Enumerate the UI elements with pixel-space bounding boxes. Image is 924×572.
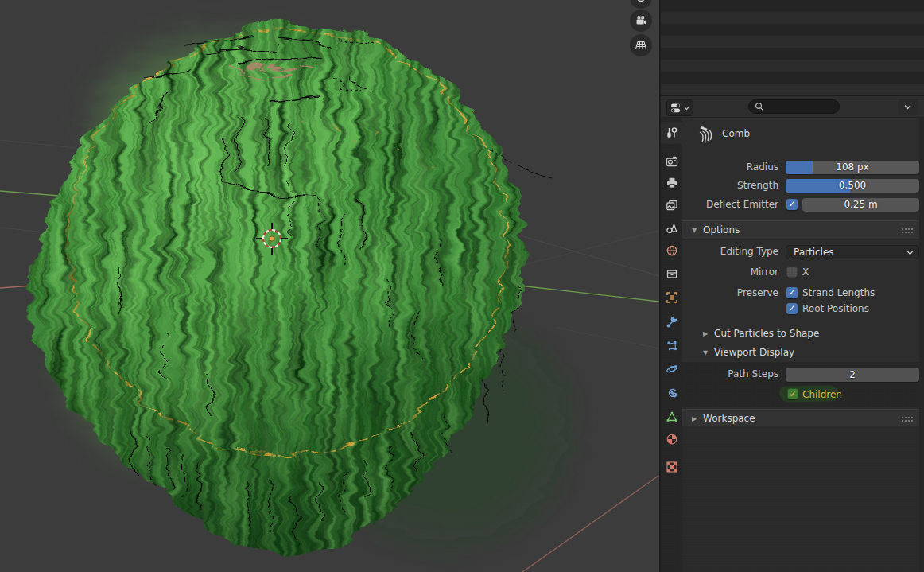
preserve-root-positions-row: Root Positions — [682, 302, 921, 315]
tab-constraints[interactable] — [661, 382, 682, 404]
panel-drag-handle-icon[interactable] — [901, 416, 913, 422]
tab-physics[interactable] — [661, 358, 682, 380]
panel-drag-handle-icon[interactable] — [901, 228, 913, 234]
path-steps-field[interactable]: 2 — [786, 368, 919, 382]
tab-object[interactable] — [661, 286, 682, 309]
search-input[interactable] — [748, 99, 840, 114]
radius-label: Radius — [682, 161, 778, 174]
cut-particles-panel-title: Cut Particles to Shape — [714, 328, 819, 339]
expand-triangle-icon: ▶ — [703, 330, 708, 337]
properties-tab-rail — [661, 118, 682, 572]
workspace-panel-title: Workspace — [703, 413, 755, 424]
viewport-display-panel-content: Path Steps 2 Children — [682, 362, 921, 407]
preserve-label: Preserve — [682, 286, 778, 300]
tab-object-data[interactable] — [661, 406, 682, 428]
editing-type-value: Particles — [794, 246, 834, 259]
tab-world[interactable] — [661, 239, 682, 262]
tab-particles[interactable] — [661, 335, 682, 357]
tab-modifiers[interactable] — [661, 311, 682, 333]
radius-slider[interactable]: 108 px — [786, 161, 919, 174]
tab-output[interactable] — [661, 172, 682, 194]
strength-row: Strength 0.500 — [682, 179, 921, 193]
editing-type-row: Editing Type Particles — [682, 245, 921, 259]
3d-viewport[interactable] — [0, 0, 659, 572]
deflect-emitter-row: Deflect Emitter 0.25 m — [682, 198, 921, 212]
outliner-editor[interactable] — [661, 0, 924, 96]
children-label: Children — [802, 388, 842, 401]
editor-type-dropdown[interactable] — [666, 99, 693, 116]
properties-scrollbar[interactable] — [919, 118, 924, 572]
mirror-row: Mirror X — [682, 266, 921, 278]
strength-label: Strength — [682, 179, 778, 193]
chevron-down-icon — [904, 104, 911, 110]
strand-lengths-checkbox[interactable] — [786, 287, 798, 298]
path-steps-label: Path Steps — [682, 368, 778, 381]
material-icon — [666, 433, 678, 446]
properties-content: Comb Radius 108 px Strength 0.500 — [682, 118, 924, 572]
toggle-ortho-grid-icon[interactable] — [630, 34, 652, 56]
children-row: Children — [682, 387, 921, 402]
modifier-icon — [666, 316, 678, 329]
tab-texture[interactable] — [661, 456, 682, 478]
mirror-x-label: X — [802, 266, 809, 278]
deflect-emitter-distance-field[interactable]: 0.25 m — [802, 198, 919, 212]
tab-render[interactable] — [661, 150, 682, 173]
root-positions-checkbox[interactable] — [786, 303, 798, 314]
radius-row: Radius 108 px — [682, 161, 921, 174]
hair-particle-sphere — [29, 21, 565, 557]
chevron-down-icon — [684, 106, 689, 111]
strength-value: 0.500 — [786, 179, 919, 193]
strength-slider[interactable]: 0.500 — [786, 179, 919, 193]
cut-particles-panel-header[interactable]: ▶ Cut Particles to Shape — [682, 325, 921, 341]
particles-icon — [666, 340, 678, 352]
search-icon — [755, 102, 764, 111]
constraints-icon — [666, 387, 678, 399]
object-data-icon — [666, 411, 678, 423]
world-icon — [666, 244, 678, 257]
active-brush-row: Comb — [682, 123, 921, 144]
comb-brush-icon — [696, 124, 716, 145]
tab-view-layer[interactable] — [661, 194, 682, 216]
physics-icon — [666, 363, 678, 375]
preserve-strand-lengths-row: Preserve Strand Lengths — [682, 286, 921, 299]
editing-type-dropdown[interactable]: Particles — [786, 245, 919, 259]
filter-options-button[interactable] — [898, 99, 918, 115]
editing-type-label: Editing Type — [682, 245, 778, 259]
deflect-emitter-value: 0.25 m — [802, 198, 919, 212]
radius-value: 108 px — [786, 161, 919, 174]
chevron-down-icon — [907, 250, 914, 255]
options-panel-header[interactable]: ▼ Options — [682, 220, 921, 239]
properties-header — [661, 96, 924, 118]
camera-view-icon[interactable] — [630, 10, 652, 32]
properties-editor-icon — [670, 103, 683, 114]
workspace-panel-header[interactable]: ▶ Workspace — [682, 409, 921, 427]
panel-empty-area — [682, 426, 921, 572]
tab-collection[interactable] — [661, 263, 682, 285]
right-editor-column: Comb Radius 108 px Strength 0.500 — [659, 0, 924, 572]
tab-material[interactable] — [661, 428, 682, 450]
active-brush-name: Comb — [722, 127, 750, 140]
collapse-triangle-icon: ▼ — [692, 227, 697, 234]
options-panel-title: Options — [703, 224, 740, 235]
mirror-x-checkbox[interactable] — [786, 267, 798, 278]
path-steps-row: Path Steps 2 — [682, 368, 921, 382]
texture-icon — [666, 461, 678, 473]
output-icon — [666, 177, 678, 189]
viewport-scene — [0, 0, 659, 572]
object-icon — [666, 291, 678, 304]
deflect-emitter-checkbox[interactable] — [786, 199, 798, 210]
tab-tool[interactable] — [661, 122, 682, 144]
scene-icon — [666, 222, 678, 235]
viewport-display-panel-header[interactable]: ▼ Viewport Display — [682, 344, 921, 360]
root-positions-label: Root Positions — [802, 302, 869, 315]
path-steps-value: 2 — [786, 368, 919, 382]
blender-window: Comb Radius 108 px Strength 0.500 — [0, 0, 924, 572]
tab-scene[interactable] — [661, 217, 682, 239]
render-icon — [666, 155, 678, 168]
mirror-label: Mirror — [682, 266, 778, 279]
strand-lengths-label: Strand Lengths — [802, 286, 875, 299]
children-checkbox[interactable] — [787, 388, 798, 399]
view-layer-icon — [666, 199, 678, 212]
deflect-emitter-label: Deflect Emitter — [682, 198, 778, 212]
tool-icon — [666, 126, 678, 139]
